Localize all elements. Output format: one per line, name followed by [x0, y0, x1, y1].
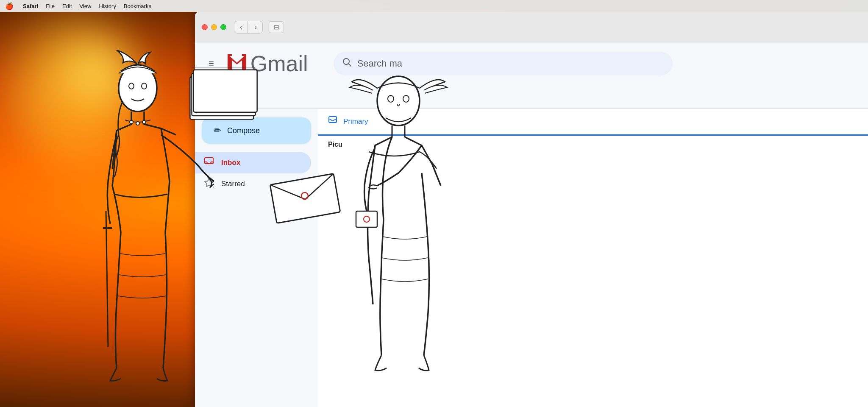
- menubar-view[interactable]: View: [80, 3, 92, 9]
- browser-window: ‹ › ⊟ ≡ Gmail: [195, 12, 868, 407]
- back-chevron-icon: ‹: [240, 24, 242, 31]
- compose-pencil-icon: ✏: [214, 125, 221, 136]
- gmail-search-bar[interactable]: [334, 52, 673, 75]
- search-icon: [342, 57, 352, 70]
- menubar-edit[interactable]: Edit: [62, 3, 72, 9]
- select-chevron-icon[interactable]: ▾: [215, 94, 218, 100]
- menubar-safari[interactable]: Safari: [23, 3, 38, 9]
- browser-toolbar: ‹ › ⊟: [195, 12, 868, 42]
- primary-tab[interactable]: Primary: [318, 109, 868, 136]
- forward-chevron-icon: ›: [255, 24, 257, 31]
- forward-button[interactable]: ›: [249, 21, 262, 33]
- back-button[interactable]: ‹: [234, 21, 248, 33]
- gmail-logo: Gmail: [226, 51, 308, 76]
- maximize-button[interactable]: [220, 24, 226, 30]
- minimize-button[interactable]: [211, 24, 217, 30]
- gmail-sidebar: ✏ Compose Inbox: [195, 109, 318, 407]
- sidebar-toggle-icon: ⊟: [274, 23, 279, 31]
- starred-icon: [203, 178, 214, 190]
- compose-button[interactable]: ✏ Compose: [202, 117, 311, 144]
- picu-label: Picu: [318, 136, 868, 153]
- starred-label: Starred: [221, 180, 245, 188]
- svg-rect-0: [228, 54, 232, 56]
- menubar-bookmarks[interactable]: Bookmarks: [124, 3, 151, 9]
- refresh-icon: ↻: [229, 92, 236, 102]
- search-input[interactable]: [357, 58, 664, 69]
- sidebar-item-starred[interactable]: Starred: [195, 173, 311, 194]
- sidebar-toggle-button[interactable]: ⊟: [269, 21, 284, 33]
- inbox-label: Inbox: [221, 159, 240, 167]
- select-all-checkbox[interactable]: [205, 92, 214, 101]
- gmail-wordmark: Gmail: [250, 51, 308, 76]
- primary-tab-label: Primary: [343, 117, 368, 126]
- more-actions-button[interactable]: ⋮: [243, 89, 259, 104]
- gmail-m-logo: [226, 51, 248, 76]
- bokeh-light-3: [64, 42, 127, 106]
- svg-rect-4: [205, 158, 213, 164]
- gmail-main: Primary Picu: [318, 109, 868, 407]
- close-button[interactable]: [202, 24, 208, 30]
- menubar-history[interactable]: History: [99, 3, 116, 9]
- traffic-lights: [202, 24, 226, 30]
- more-vert-icon: ⋮: [247, 92, 255, 101]
- sidebar-item-inbox[interactable]: Inbox: [195, 152, 311, 173]
- nav-button-group: ‹ ›: [234, 21, 263, 33]
- macos-menubar: 🍎 Safari File Edit View History Bookmark…: [0, 0, 868, 12]
- compose-label: Compose: [227, 126, 260, 135]
- svg-rect-1: [242, 54, 246, 56]
- apple-menu[interactable]: 🍎: [5, 2, 14, 10]
- gmail-toolbar: ▾ ↻ ⋮: [195, 85, 868, 109]
- svg-marker-5: [205, 178, 213, 187]
- primary-tab-icon: [328, 116, 337, 128]
- hamburger-menu-icon[interactable]: ≡: [205, 55, 217, 72]
- inbox-icon: [203, 156, 214, 169]
- svg-line-3: [348, 64, 351, 67]
- refresh-button[interactable]: ↻: [225, 89, 240, 104]
- gmail-header: ≡ Gmail: [195, 42, 868, 85]
- menubar-file[interactable]: File: [46, 3, 55, 9]
